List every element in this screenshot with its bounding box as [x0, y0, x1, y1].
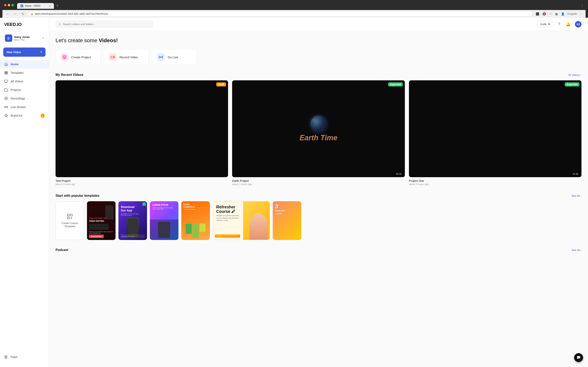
notifications-button[interactable]: 🔔 — [565, 21, 572, 28]
template-card-online-conference[interactable]: OnlineConference Thinking Positively — [181, 201, 210, 240]
sidebar-item-recordings[interactable]: Recordings — [0, 94, 49, 103]
template-card-download-app[interactable]: DownloadOur App Download our app and get… — [118, 201, 147, 240]
chat-icon — [577, 356, 581, 360]
svg-point-7 — [5, 97, 8, 100]
user-avatar: D — [5, 34, 12, 42]
main-content: Invite ? 🔔 A2 Let's create some Videos! … — [49, 18, 588, 367]
all-videos-link[interactable]: All Videos › — [568, 73, 581, 76]
sidebar-item-label: Home — [11, 63, 18, 66]
user-avatar-topbar[interactable]: A2 — [575, 21, 581, 27]
go-live-card[interactable]: Go Live — [152, 49, 197, 65]
video-card-earth-project[interactable]: Earth Time Exported 00:25 Earth Project … — [232, 80, 405, 186]
mute-button[interactable]: 🔇 — [542, 11, 547, 16]
sidebar-item-brand-kit[interactable]: Brand Kit + — [0, 111, 49, 120]
video-badge-exported: Exported — [388, 82, 403, 86]
sidebar-item-live-stream[interactable]: Live Stream — [0, 103, 49, 111]
traffic-red[interactable] — [4, 4, 7, 6]
search-bar[interactable] — [56, 21, 154, 28]
new-video-button[interactable]: New Video + — [3, 48, 45, 57]
sidebar-item-all-videos[interactable]: All Videos — [0, 77, 49, 86]
sidebar-item-label: Projects — [11, 88, 21, 92]
svg-line-11 — [61, 25, 61, 25]
template-card-future-video[interactable]: THE FUTURE OF VIDEO EDITING Have you eve… — [87, 201, 116, 240]
podcast-title: Podcast — [56, 248, 68, 252]
sidebar-item-home[interactable]: Home — [0, 60, 49, 68]
invite-label: Invite — [540, 23, 546, 26]
logo: VEED.IO — [0, 21, 49, 31]
sidebar-item-templates[interactable]: Templates — [0, 68, 49, 77]
cast-button[interactable]: ⬛ — [535, 11, 540, 16]
template-card-lorem-ipsum[interactable]: LOREM IPSUM I will be releasing my new s… — [150, 201, 178, 240]
address-bar[interactable]: 🔒 veed.io/workspaces/22ce6d2f-38c5-4df1-… — [27, 11, 533, 17]
incognito-label: Incognito — [567, 12, 577, 15]
record-video-label: Record Video — [120, 55, 138, 59]
sidebar-item-label: All Videos — [11, 80, 23, 83]
templates-icon — [4, 71, 8, 75]
user-profile-row[interactable]: D Daisy Jonas Basic Plan ▾ — [3, 33, 45, 43]
video-grid: Draft Test Project about 2 hours ago Ear… — [56, 80, 581, 186]
templates-grid: Create Custom Templates THE FUTURE OF VI… — [56, 201, 581, 240]
add-user-icon — [548, 23, 551, 26]
browser-chrome: V Home - VEED × + ⋮ ← → ↻ 🔒 veed.io/work… — [0, 0, 588, 18]
all-videos-link-label: All Videos — [568, 73, 580, 76]
templates-section: Start with popular templates See All › C… — [56, 194, 581, 240]
templates-title: Start with popular templates — [56, 194, 99, 198]
reload-button[interactable]: ↻ — [20, 12, 26, 16]
recent-videos-header: My Recent Videos All Videos › — [56, 73, 581, 77]
tab-close-button[interactable]: × — [49, 4, 51, 8]
sidebar-item-projects[interactable]: Projects — [0, 86, 49, 94]
create-custom-templates-card[interactable]: Create Custom Templates — [56, 201, 84, 240]
new-tab-button[interactable]: + — [55, 3, 60, 9]
svg-rect-3 — [6, 73, 8, 74]
record-video-icon — [109, 53, 117, 61]
video-title-earth-project: Earth Project — [232, 179, 405, 183]
video-duration-earth: 00:25 — [395, 172, 403, 175]
template-card-refresher-course[interactable]: RefresherCourse 🖊 Sharpen your pencils a… — [213, 201, 270, 240]
profile-button[interactable]: 👤 — [560, 11, 565, 16]
user-plan: Basic Plan — [14, 39, 41, 41]
invite-button[interactable]: Invite — [537, 21, 554, 27]
lock-icon: 🔒 — [31, 13, 34, 15]
svg-point-12 — [548, 23, 549, 24]
create-project-card[interactable]: Create Project — [56, 49, 100, 65]
trash-icon — [4, 355, 8, 359]
chat-widget-button[interactable] — [574, 353, 583, 362]
podcast-see-all-link[interactable]: See All › — [571, 249, 581, 252]
back-button[interactable]: ← — [5, 12, 11, 16]
browser-more-button[interactable]: ⋮ — [579, 11, 583, 16]
browser-tab-active[interactable]: V Home - VEED × — [17, 3, 54, 9]
traffic-green[interactable] — [11, 4, 14, 6]
video-thumbnail-earth-project: Earth Time Exported 00:25 — [232, 80, 405, 177]
sidebar-button[interactable]: ▦ — [554, 11, 559, 16]
sidebar-item-label: Brand Kit — [11, 114, 22, 117]
search-input[interactable] — [63, 23, 150, 26]
page-title-part1: Let's create some — [56, 37, 99, 43]
content-area: Let's create some Videos! Create Project… — [49, 31, 588, 270]
video-badge-exported-2: Exported — [565, 82, 579, 86]
browser-menu-button[interactable]: ⋮ — [581, 4, 584, 8]
template-card-summer-looks[interactable]: 3 SummerLooks — [273, 201, 301, 240]
help-button[interactable]: ? — [557, 21, 562, 27]
home-icon — [4, 62, 8, 66]
chevron-down-icon: ▾ — [43, 37, 44, 40]
video-card-test-project[interactable]: Draft Test Project about 2 hours ago — [56, 80, 228, 186]
podcast-header: Podcast See All › — [56, 248, 581, 252]
podcast-see-all-label: See All — [571, 249, 580, 252]
video-card-project-one[interactable]: Exported 01:58 Project One about 4 hours… — [409, 80, 581, 186]
tab-favicon: V — [20, 4, 23, 7]
traffic-yellow[interactable] — [8, 4, 10, 6]
sidebar-item-trash[interactable]: Trash — [4, 354, 45, 360]
bookmark-button[interactable]: ☆ — [548, 11, 553, 16]
video-time-earth-project: about 3 hours ago — [232, 183, 405, 186]
svg-rect-4 — [5, 80, 8, 82]
create-template-icon — [67, 213, 73, 220]
forward-button[interactable]: → — [13, 12, 18, 16]
user-info: Daisy Jonas Basic Plan — [14, 35, 41, 41]
templates-see-all-link[interactable]: See All › — [571, 194, 581, 197]
nav-items: Home Templates All Videos Projects — [0, 60, 49, 350]
record-video-card[interactable]: Record Video — [104, 49, 149, 65]
topbar-actions: Invite ? 🔔 A2 — [537, 21, 581, 28]
sidebar: VEED.IO D Daisy Jonas Basic Plan ▾ New V… — [0, 18, 49, 367]
create-project-label: Create Project — [71, 55, 91, 59]
svg-rect-2 — [5, 73, 6, 74]
